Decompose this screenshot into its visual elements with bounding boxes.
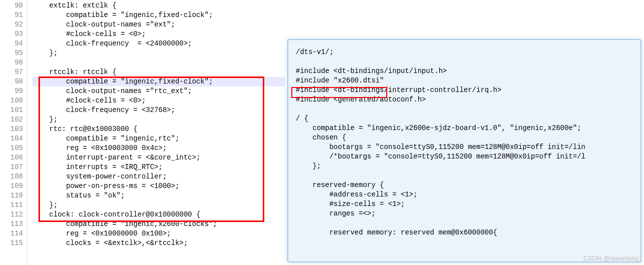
code-line[interactable]: #clock-cells = <0>; — [32, 30, 285, 39]
code-line[interactable]: /*bootargs = "console=ttyS0,115200 mem=1… — [296, 152, 641, 162]
code-line[interactable]: clock-output-names ="rtc_ext"; — [32, 86, 285, 96]
line-gutter: 9091929394959697989910010110210310410510… — [0, 0, 27, 265]
code-line[interactable]: #include "x2600.dtsi" — [296, 76, 641, 86]
code-line[interactable]: }; — [32, 200, 285, 210]
code-line[interactable]: compatible = "ingenic,rtc"; — [32, 134, 285, 144]
line-number: 100 — [0, 96, 23, 106]
line-number: 107 — [0, 162, 23, 172]
line-number: 105 — [0, 144, 23, 153]
code-line[interactable]: compatible = "ingenic,fixed-clock"; — [32, 10, 285, 20]
right-pane[interactable]: /dts-v1/;#include <dt-bindings/input/inp… — [287, 39, 642, 262]
code-line[interactable] — [32, 58, 285, 68]
code-line[interactable]: status = "ok"; — [32, 191, 285, 200]
code-line[interactable]: compatible = "ingenic,x2600-clocks"; — [32, 220, 285, 229]
code-line[interactable]: clocks = <&extclk>,<&rtcclk>; — [32, 238, 285, 248]
line-number: 109 — [0, 182, 23, 191]
line-number: 115 — [0, 238, 23, 248]
line-number: 101 — [0, 106, 23, 115]
code-line[interactable]: clock: clock-controller@0x10000000 { — [32, 210, 285, 220]
line-number: 97 — [0, 68, 23, 77]
code-line[interactable] — [296, 218, 641, 228]
line-number: 112 — [0, 210, 23, 220]
code-line[interactable]: interrupts = <IRQ_RTC>; — [32, 162, 285, 172]
line-number: 113 — [0, 220, 23, 229]
code-line[interactable]: rtc: rtc@0x10003000 { — [32, 124, 285, 134]
code-line[interactable]: compatible = "ingenic,fixed-clock"; — [32, 77, 285, 86]
line-number: 96 — [0, 58, 23, 68]
code-line[interactable]: }; — [32, 115, 285, 124]
code-line[interactable]: clock-frequency = <24000000>; — [32, 39, 285, 48]
code-line[interactable]: interrupt-parent = <&core_intc>; — [32, 153, 285, 162]
code-line[interactable]: / { — [296, 114, 641, 124]
code-line[interactable]: }; — [296, 162, 641, 171]
code-line[interactable]: #clock-cells = <0>; — [32, 96, 285, 106]
code-line[interactable]: #include <dt-bindings/input/input.h> — [296, 66, 641, 76]
code-line[interactable]: reserved memory: reserved mem@0x6000000{ — [296, 228, 641, 238]
code-line[interactable]: #address-cells = <1>; — [296, 190, 641, 200]
code-line[interactable] — [296, 104, 641, 114]
code-line[interactable]: rtcclk: rtcclk { — [32, 68, 285, 77]
left-pane[interactable]: 9091929394959697989910010110210310410510… — [0, 0, 285, 265]
code-line[interactable]: ranges =<>; — [296, 209, 641, 218]
line-number: 94 — [0, 39, 23, 48]
code-line[interactable]: reg = <0x10003000 0x4c>; — [32, 144, 285, 153]
left-code-area[interactable]: extclk: extclk { compatible = "ingenic,f… — [27, 0, 285, 265]
code-line[interactable]: clock-frequency = <32768>; — [32, 106, 285, 115]
code-line[interactable]: reserved-memory { — [296, 180, 641, 190]
line-number: 108 — [0, 172, 23, 182]
editor-container: 9091929394959697989910010110210310410510… — [0, 0, 644, 265]
watermark: CSDN @xiaoxilang — [584, 254, 639, 262]
line-number: 93 — [0, 30, 23, 39]
code-line[interactable]: }; — [32, 48, 285, 58]
code-line[interactable]: #include <generated/autoconf.h> — [296, 95, 641, 104]
code-line[interactable] — [296, 57, 641, 66]
code-line[interactable]: clock-output-names ="ext"; — [32, 20, 285, 30]
code-line[interactable]: chosen { — [296, 133, 641, 142]
line-number: 114 — [0, 229, 23, 238]
line-number: 98 — [0, 77, 23, 86]
code-line[interactable]: compatible = "ingenic,x2600e-sjdz-board-… — [296, 124, 641, 133]
line-number: 103 — [0, 124, 23, 134]
line-number: 111 — [0, 200, 23, 210]
line-number: 106 — [0, 153, 23, 162]
line-number: 104 — [0, 134, 23, 144]
line-number: 95 — [0, 48, 23, 58]
line-number: 90 — [0, 1, 23, 10]
line-number: 99 — [0, 86, 23, 96]
code-line[interactable]: system-power-controller; — [32, 172, 285, 182]
line-number: 102 — [0, 115, 23, 124]
code-line[interactable]: #size-cells = <1>; — [296, 200, 641, 209]
code-line[interactable]: power-on-press-ms = <1000>; — [32, 182, 285, 191]
line-number: 91 — [0, 10, 23, 20]
code-line[interactable]: extclk: extclk { — [32, 1, 285, 10]
code-line[interactable]: bootargs = "console=ttyS0,115200 mem=128… — [296, 142, 641, 152]
code-line[interactable]: #include <dt-bindings/interrupt-controll… — [296, 86, 641, 95]
line-number: 110 — [0, 191, 23, 200]
code-line[interactable]: reg = <0x10000000 0x100>; — [32, 229, 285, 238]
code-line[interactable]: /dts-v1/; — [296, 48, 641, 57]
line-number: 92 — [0, 20, 23, 30]
code-line[interactable] — [296, 171, 641, 180]
